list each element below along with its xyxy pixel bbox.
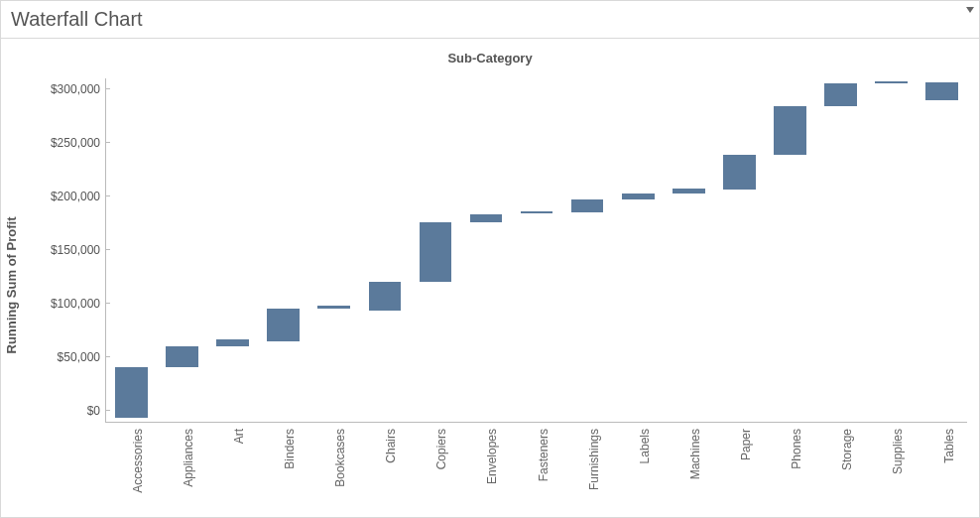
category-column: Tables	[917, 427, 967, 514]
chart-frame: Waterfall Chart Sub-Category Running Sum…	[0, 0, 980, 518]
y-tick-label: $100,000	[51, 297, 106, 311]
waterfall-bar[interactable]	[267, 309, 300, 340]
waterfall-bar[interactable]	[216, 339, 249, 347]
category-column: Chairs	[359, 427, 410, 514]
category-column: Furnishings	[561, 427, 612, 514]
category-label: Tables	[942, 429, 956, 463]
category-label: Copiers	[434, 429, 448, 469]
category-labels: AccessoriesAppliancesArtBindersBookcases…	[105, 427, 967, 514]
category-label: Machines	[688, 429, 702, 479]
x-axis-title: Sub-Category	[447, 51, 532, 65]
bar-column	[106, 78, 157, 422]
chart-area: Sub-Category Running Sum of Profit $0$50…	[1, 39, 979, 517]
y-tick-label: $0	[87, 404, 106, 418]
plot-area: $0$50,000$100,000$150,000$200,000$250,00…	[105, 78, 967, 423]
category-label: Storage	[840, 429, 854, 470]
chevron-down-icon	[966, 7, 974, 13]
y-tick-label: $50,000	[58, 350, 106, 364]
category-column: Machines	[663, 427, 713, 514]
waterfall-bar[interactable]	[824, 83, 857, 106]
waterfall-bar[interactable]	[521, 211, 553, 213]
category-label: Paper	[739, 429, 753, 460]
category-label: Bookcases	[333, 429, 347, 487]
category-label: Accessories	[131, 429, 145, 493]
category-label: Supplies	[891, 429, 905, 474]
category-column: Phones	[765, 427, 815, 514]
waterfall-bar[interactable]	[723, 155, 756, 191]
bar-column	[815, 78, 866, 422]
category-column: Accessories	[105, 427, 156, 514]
waterfall-bar[interactable]	[115, 367, 148, 418]
waterfall-bar[interactable]	[166, 346, 198, 367]
waterfall-bar[interactable]	[317, 306, 350, 309]
waterfall-bar[interactable]	[571, 199, 604, 212]
waterfall-bar[interactable]	[774, 106, 806, 155]
y-tick-label: $200,000	[51, 190, 106, 203]
bar-column	[359, 78, 410, 422]
category-column: Supplies	[866, 427, 917, 514]
bar-column	[157, 78, 207, 422]
bar-column	[613, 78, 664, 422]
y-axis-title: Running Sum of Profit	[4, 217, 19, 354]
bar-column	[460, 78, 511, 422]
category-column: Appliances	[156, 427, 206, 514]
category-label: Chairs	[384, 429, 398, 463]
category-column: Labels	[612, 427, 663, 514]
category-label: Binders	[283, 429, 297, 469]
bar-column	[512, 78, 562, 422]
category-label: Labels	[638, 429, 652, 463]
bar-column	[308, 78, 359, 422]
category-column: Bookcases	[308, 427, 359, 514]
bar-column	[714, 78, 765, 422]
bar-column	[410, 78, 460, 422]
bar-column	[258, 78, 308, 422]
waterfall-bar[interactable]	[925, 82, 958, 99]
bar-column	[562, 78, 613, 422]
waterfall-bar[interactable]	[369, 282, 402, 310]
waterfall-bar[interactable]	[622, 194, 655, 199]
waterfall-bar[interactable]	[470, 214, 503, 222]
category-label: Art	[232, 429, 246, 444]
svg-marker-0	[966, 7, 974, 13]
bar-column	[765, 78, 815, 422]
category-label: Fasteners	[537, 429, 551, 481]
y-tick-label: $250,000	[51, 136, 106, 150]
category-column: Binders	[257, 427, 307, 514]
title-dropdown-button[interactable]	[963, 3, 977, 17]
bar-column	[207, 78, 258, 422]
bar-column	[866, 78, 917, 422]
bar-column	[917, 78, 967, 422]
waterfall-bar[interactable]	[420, 222, 452, 283]
category-column: Envelopes	[460, 427, 511, 514]
bars-container	[106, 78, 967, 422]
category-label: Phones	[790, 429, 803, 469]
category-column: Art	[206, 427, 257, 514]
category-column: Storage	[815, 427, 866, 514]
category-label: Furnishings	[587, 429, 601, 490]
waterfall-bar[interactable]	[875, 81, 908, 83]
y-tick-label: $150,000	[51, 243, 106, 257]
waterfall-bar[interactable]	[673, 189, 705, 193]
category-label: Envelopes	[485, 429, 499, 484]
chart-title: Waterfall Chart	[11, 8, 143, 31]
category-label: Appliances	[182, 429, 195, 487]
category-column: Copiers	[410, 427, 460, 514]
title-bar: Waterfall Chart	[1, 1, 979, 39]
bar-column	[664, 78, 714, 422]
category-column: Paper	[714, 427, 765, 514]
y-tick-label: $300,000	[51, 82, 106, 96]
category-column: Fasteners	[511, 427, 561, 514]
